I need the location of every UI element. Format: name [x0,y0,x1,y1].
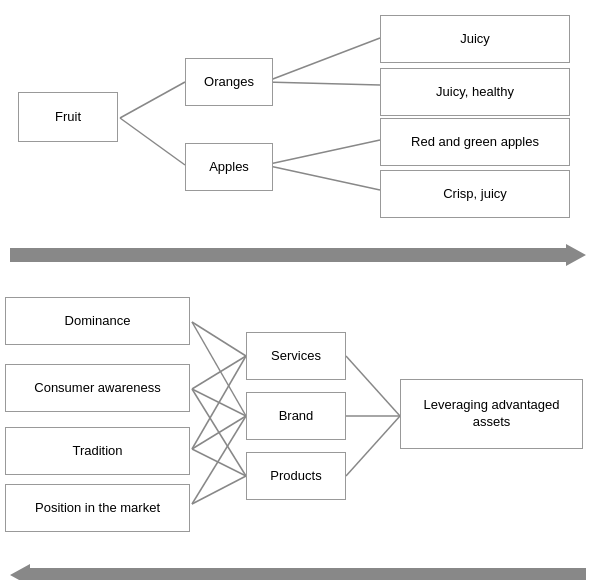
svg-line-5 [265,165,380,190]
diagram1-container: Fruit Oranges Apples Juicy Juicy, health… [0,0,596,284]
svg-line-2 [265,38,380,82]
fruit-box: Fruit [18,92,118,142]
svg-line-7 [192,322,246,356]
svg-line-12 [192,356,246,389]
svg-line-17 [346,356,400,416]
svg-line-13 [192,389,246,476]
juicy-box: Juicy [380,15,570,63]
svg-marker-20 [10,564,586,580]
position-box: Position in the market [5,484,190,532]
arrow-right [10,244,586,266]
brand-box: Brand [246,392,346,440]
apples-box: Apples [185,143,273,191]
svg-line-14 [192,356,246,449]
consumer-box: Consumer awareness [5,364,190,412]
svg-line-1 [120,118,185,165]
crisp-juicy-box: Crisp, juicy [380,170,570,218]
dominance-box: Dominance [5,297,190,345]
svg-line-4 [265,140,380,165]
svg-line-16 [192,416,246,504]
svg-line-19 [346,416,400,476]
red-green-box: Red and green apples [380,118,570,166]
diagram2: Dominance Consumer awareness Tradition P… [0,284,596,564]
svg-line-11 [192,322,246,416]
arrow-left-bar [10,564,586,580]
diagram2-container: Dominance Consumer awareness Tradition P… [0,284,596,580]
arrow-left [10,564,586,580]
svg-line-0 [120,82,185,118]
juicy-healthy-box: Juicy, healthy [380,68,570,116]
arrow-right-bar [10,244,586,266]
oranges-box: Oranges [185,58,273,106]
svg-marker-6 [10,244,586,266]
diagram1: Fruit Oranges Apples Juicy Juicy, health… [0,10,596,240]
services-box: Services [246,332,346,380]
products-box: Products [246,452,346,500]
tradition-box: Tradition [5,427,190,475]
svg-line-9 [192,416,246,449]
leveraging-box: Leveraging advantaged assets [400,379,583,449]
svg-line-8 [192,389,246,416]
svg-line-15 [192,449,246,476]
svg-line-3 [265,82,380,85]
svg-line-10 [192,476,246,504]
